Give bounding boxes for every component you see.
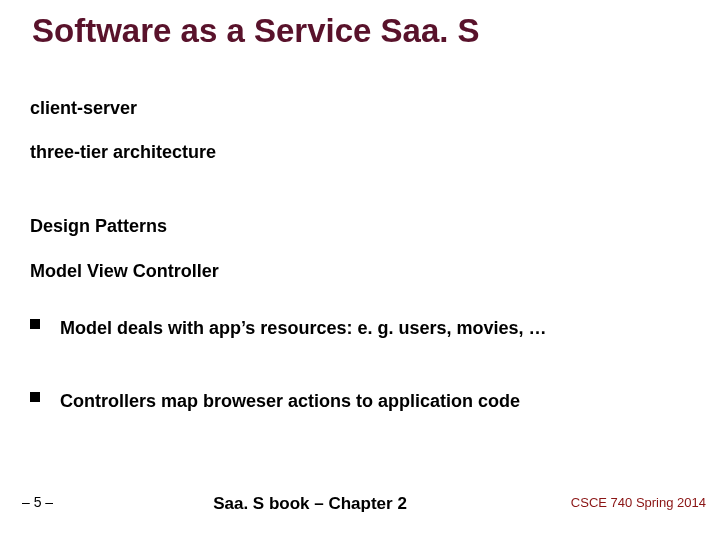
bullet-text: Model deals with app’s resources: e. g. … xyxy=(60,317,680,340)
slide-title: Software as a Service Saa. S xyxy=(32,12,480,50)
line-three-tier: three-tier architecture xyxy=(30,142,216,163)
slide: Software as a Service Saa. S client-serv… xyxy=(0,0,720,540)
bullet-text: Controllers map broweser actions to appl… xyxy=(60,390,680,413)
bullet-item: Model deals with app’s resources: e. g. … xyxy=(30,317,680,340)
square-bullet-icon xyxy=(30,392,40,402)
square-bullet-icon xyxy=(30,319,40,329)
line-design-patterns: Design Patterns xyxy=(30,216,167,237)
line-mvc: Model View Controller xyxy=(30,261,219,282)
footer-right: CSCE 740 Spring 2014 xyxy=(571,495,706,510)
line-client-server: client-server xyxy=(30,98,137,119)
bullet-item: Controllers map broweser actions to appl… xyxy=(30,390,680,413)
footer-center-text: Saa. S book – Chapter 2 xyxy=(213,494,407,514)
